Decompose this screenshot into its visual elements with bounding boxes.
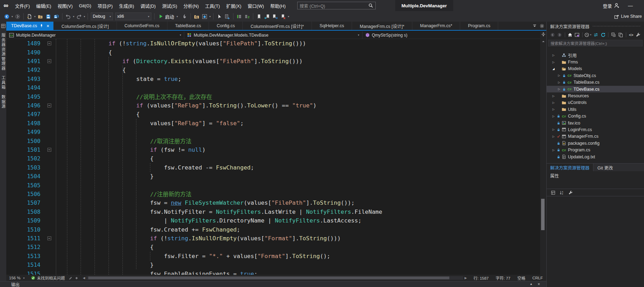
- output-tab[interactable]: 输出: [0, 281, 20, 287]
- vertical-scrollbar[interactable]: [540, 45, 546, 275]
- chevron-collapsed-icon[interactable]: ▷: [556, 81, 562, 84]
- tree-item-models[interactable]: ◢Models: [547, 66, 644, 72]
- wrench-button[interactable]: [567, 189, 574, 196]
- navigate-home-button[interactable]: [201, 12, 209, 21]
- nav-back-button[interactable]: [3, 12, 11, 21]
- tree-item-stateobj.cs[interactable]: ▷C#StateObj.cs: [547, 72, 644, 79]
- chevron-down-icon[interactable]: ▾: [83, 15, 86, 18]
- tab-overflow-icon[interactable]: [532, 24, 537, 28]
- live-share-button[interactable]: Live Share: [614, 14, 644, 19]
- code-editor[interactable]: 1489− if (!string.IsNullOrEmpty(values["…: [6, 39, 540, 275]
- sign-in-button[interactable]: 登录: [603, 2, 620, 9]
- solution-platform-combo[interactable]: x86▾: [115, 13, 151, 20]
- tree-item-tablebase.cs[interactable]: ▷C#TableBase.cs: [547, 79, 644, 86]
- fold-gutter[interactable]: −: [45, 104, 53, 107]
- preview-button[interactable]: [574, 31, 580, 38]
- code-line-1493[interactable]: 1493 state = true;: [6, 75, 540, 83]
- chevron-collapsed-icon[interactable]: ▷: [551, 135, 556, 138]
- menu-git[interactable]: Git(G): [76, 0, 94, 11]
- chevron-expanded-icon[interactable]: ◢: [551, 67, 556, 70]
- tab-program.cs[interactable]: Program.cs: [460, 22, 498, 30]
- chevron-collapsed-icon[interactable]: ▷: [551, 149, 556, 152]
- menu-help[interactable]: 帮助(H): [267, 0, 289, 11]
- close-icon[interactable]: ×: [538, 282, 540, 287]
- tree-item--[interactable]: ▷引用: [547, 52, 644, 59]
- chevron-down-icon[interactable]: ▾: [72, 15, 75, 18]
- select-control-button[interactable]: [215, 12, 223, 21]
- code-line-1505[interactable]: 1505: [6, 181, 540, 189]
- scroll-left-icon[interactable]: ◀: [82, 276, 86, 280]
- menu-test[interactable]: 测试(S): [159, 0, 180, 11]
- seback-button[interactable]: [549, 31, 555, 38]
- chevron-up-icon[interactable]: ▴: [530, 282, 532, 287]
- code-line-1490[interactable]: 1490 {: [6, 48, 540, 56]
- start-debug-button[interactable]: 启动▾: [156, 13, 181, 20]
- save-all-button[interactable]: [52, 12, 60, 21]
- sefwd-button[interactable]: [556, 31, 562, 38]
- gear-icon[interactable]: [540, 24, 544, 28]
- properties-header[interactable]: 属性: [547, 171, 644, 180]
- chevron-collapsed-icon[interactable]: ▷: [556, 74, 562, 77]
- code-line-1492[interactable]: 1492 {: [6, 66, 540, 74]
- menu-view[interactable]: 视图(V): [54, 0, 76, 11]
- format-document-button[interactable]: [235, 12, 243, 21]
- redo-button[interactable]: [75, 12, 83, 21]
- split-editor-icon[interactable]: [541, 32, 546, 37]
- code-line-1503[interactable]: 1503 fsw.Created -= FswChanged;: [6, 163, 540, 172]
- tree-item-program.cs[interactable]: ▷C#Program.cs: [547, 146, 644, 153]
- tree-item-config.cs[interactable]: ▷C#Config.cs: [547, 113, 644, 120]
- tab-config.cs[interactable]: Config.cs: [209, 22, 243, 30]
- tab-tdevbase.cs[interactable]: TDevBase.cs: [6, 22, 54, 30]
- code-line-1507[interactable]: 1507 fsw = new FileSystemWatcher(values[…: [6, 198, 540, 207]
- clockc-button[interactable]: ▾: [585, 31, 592, 38]
- tree-item-ucontrols[interactable]: ▷uControls: [547, 99, 644, 106]
- tree-item-loginfrm.cs[interactable]: ▷LoginFrm.cs: [547, 126, 644, 133]
- chevron-down-icon[interactable]: ▾: [11, 15, 14, 18]
- side-tab-0[interactable]: 服务器资源管理器: [0, 33, 6, 71]
- tab-git-changes[interactable]: Git 更改: [593, 164, 617, 171]
- save-button[interactable]: [44, 12, 52, 21]
- side-tab-1[interactable]: 工具箱: [0, 76, 6, 90]
- document-health-indicator[interactable]: 未找到相关问题: [28, 275, 68, 281]
- menu-analyze[interactable]: 分析(N): [180, 0, 202, 11]
- tab-managerfrm.cs-[interactable]: ManagerFrm.cs*: [412, 22, 460, 30]
- code-line-1491[interactable]: 1491− if (Directory.Exists(values["FileP…: [6, 57, 540, 66]
- code-line-1497[interactable]: 1497 {: [6, 110, 540, 119]
- breadcrumb-project[interactable]: C# Multiple.DevManager ▾: [6, 31, 184, 39]
- tree-item-managerfrm.cs[interactable]: ▷ManagerFrm.cs: [547, 133, 644, 140]
- solution-explorer-header[interactable]: 解决方案资源管理器: [547, 22, 644, 31]
- collapse-button[interactable]: [611, 31, 616, 38]
- menu-file[interactable]: 文件(F): [12, 0, 33, 11]
- tree-item-packages.config[interactable]: packages.config: [547, 140, 644, 146]
- code-line-1494[interactable]: 1494: [6, 83, 540, 92]
- code-line-1502[interactable]: 1502 {: [6, 154, 540, 163]
- tree-item-frms[interactable]: ▷Frms: [547, 59, 644, 65]
- home-button[interactable]: [567, 31, 573, 38]
- paste-format-button[interactable]: [223, 12, 231, 21]
- sync-button[interactable]: [593, 31, 599, 38]
- grid-button[interactable]: [549, 189, 557, 196]
- next-bookmark-button[interactable]: [271, 12, 279, 21]
- tree-item-utils[interactable]: ▷Utils: [547, 106, 644, 113]
- code-line-1514[interactable]: 1514 }: [6, 260, 540, 269]
- chevron-collapsed-icon[interactable]: ▷: [551, 115, 556, 118]
- chevron-down-icon[interactable]: ▾: [287, 15, 290, 18]
- fold-gutter[interactable]: −: [45, 236, 53, 240]
- code-line-1498[interactable]: 1498 values["ReFlag"] = "false";: [6, 119, 540, 128]
- chevron-collapsed-icon[interactable]: ▷: [551, 54, 556, 57]
- diamond-icon[interactable]: [75, 276, 78, 280]
- scroll-right-icon[interactable]: ▶: [463, 276, 468, 280]
- menu-debug[interactable]: 调试(D): [137, 0, 159, 11]
- hot-reload-button[interactable]: [181, 12, 189, 21]
- toggle-bookmark-button[interactable]: [255, 12, 263, 21]
- tree-item-resources[interactable]: ▷Resources: [547, 92, 644, 99]
- fold-gutter[interactable]: −: [45, 148, 53, 152]
- tree-item-tdevbase.cs[interactable]: ▷C#TDevBase.cs: [547, 86, 644, 92]
- chevron-collapsed-icon[interactable]: ▷: [551, 95, 556, 98]
- chevron-down-icon[interactable]: ▾: [209, 15, 211, 18]
- pencil-icon[interactable]: [69, 276, 73, 280]
- code-line-1509[interactable]: 1509 | NotifyFilters.DirectoryName | Not…: [6, 216, 540, 225]
- tree-item-fav.ico[interactable]: fav.ico: [547, 120, 644, 126]
- code-line-1500[interactable]: 1500 //取消注册方法: [6, 136, 540, 145]
- chevron-down-icon[interactable]: ▾: [33, 15, 36, 18]
